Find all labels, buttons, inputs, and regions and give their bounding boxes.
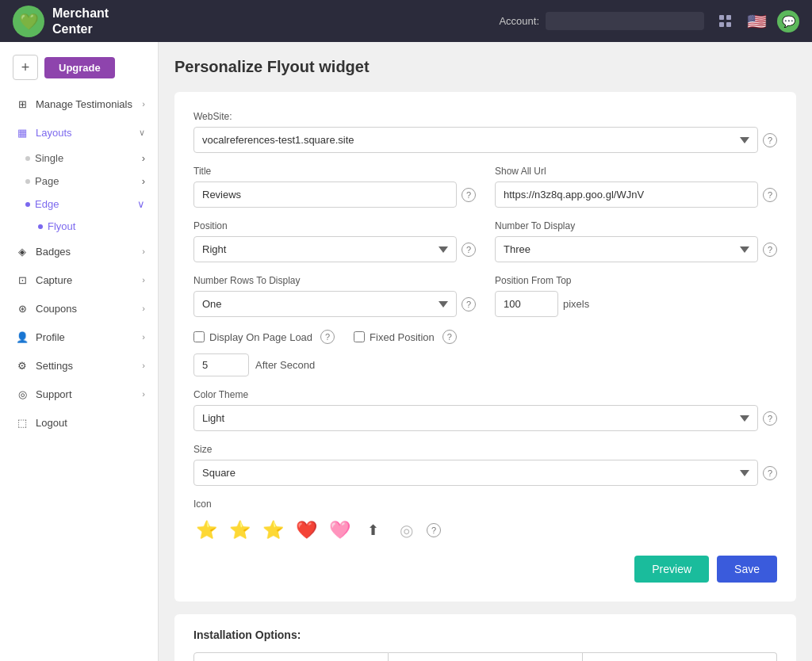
size-help-icon[interactable]: ? [763,466,777,480]
logout-icon: ⬚ [15,415,29,430]
icon-heart-pink[interactable]: 🩷 [327,518,352,543]
position-from-top-label: Position From Top [495,275,777,286]
icon-help-icon[interactable]: ? [427,523,441,537]
save-button[interactable]: Save [717,556,777,583]
display-on-page-load-input[interactable] [193,331,205,342]
sidebar-item-label: Flyout [48,220,75,232]
sidebar-item-profile[interactable]: 👤 Profile › [0,323,158,351]
installation-plus-button[interactable]: + [193,652,389,661]
show-all-url-input[interactable] [495,181,758,208]
fixed-position-checkbox[interactable]: Fixed Position ? [354,330,457,344]
number-rows-help-icon[interactable]: ? [462,297,476,311]
layouts-icon: ▦ [15,125,29,139]
display-on-page-load-help-icon[interactable]: ? [320,330,335,344]
position-group: Position Right Left Top Bottom ? [193,220,476,262]
size-select[interactable]: Square Round [193,460,758,486]
sidebar-item-support[interactable]: ◎ Support › [0,380,158,408]
sidebar-item-edge[interactable]: Edge ∨ [13,193,158,216]
account-input[interactable] [546,12,704,30]
icon-star-yellow-2[interactable]: ⭐ [227,518,252,543]
settings-icon: ⚙ [15,358,29,373]
sidebar-item-coupons[interactable]: ⊛ Coupons › [0,294,158,323]
chevron-down-icon: ∨ [139,128,145,138]
sidebar-item-label: Single [35,152,63,164]
number-to-display-select-row: One Two Three Four Five ? [495,236,777,262]
website-select[interactable]: vocalreferences-test1.square.site [193,127,758,153]
fixed-position-input[interactable] [354,331,365,342]
position-select[interactable]: Right Left Top Bottom [193,236,457,262]
color-theme-select-row: Light Dark ? [193,405,777,431]
logo-icon: 💚 [13,6,44,37]
show-all-url-help-icon[interactable]: ? [763,188,777,202]
color-theme-help-icon[interactable]: ? [763,411,777,426]
sidebar-item-label: Manage Testimonials [36,98,132,110]
number-rows-label: Number Rows To Display [193,275,476,286]
sidebar-item-flyout[interactable]: Flyout [25,216,158,237]
number-rows-select-row: One Two Three ? [193,291,476,317]
number-to-display-group: Number To Display One Two Three Four Fiv… [495,220,777,262]
sidebar-item-manage-testimonials[interactable]: ⊞ Manage Testimonials › [0,90,158,118]
position-help-icon[interactable]: ? [462,243,476,257]
title-help-icon[interactable]: ? [462,188,476,202]
position-label: Position [193,220,476,231]
title-group: Title ? [193,166,476,208]
rows-position-top-row: Number Rows To Display One Two Three ? P… [193,275,777,317]
title-input[interactable] [193,181,457,208]
sidebar-top-actions: + Upgrade [0,48,158,90]
number-to-display-help-icon[interactable]: ? [763,243,777,257]
capture-icon: ⊡ [15,273,29,287]
upgrade-button[interactable]: Upgrade [44,57,115,78]
icon-ghost[interactable]: ◎ [393,518,419,543]
position-select-row: Right Left Top Bottom ? [193,236,476,262]
flag-icon[interactable]: 🇺🇸 [745,10,768,32]
installation-title: Installation Options: [193,629,777,641]
chevron-right-icon: › [142,304,145,313]
chevron-down-icon: ∨ [137,198,145,210]
support-icon: ◎ [15,387,29,401]
icon-star-yellow-3[interactable]: ⭐ [260,518,285,543]
add-button[interactable]: + [13,55,38,80]
main-content: Personalize Flyout widget WebSite: vocal… [159,42,812,661]
icon-upload[interactable]: ⬆ [360,518,385,543]
color-theme-select[interactable]: Light Dark [193,405,758,431]
chevron-right-icon: › [142,175,145,187]
preview-button[interactable]: Preview [634,556,709,583]
display-on-page-load-label: Display On Page Load [209,331,312,343]
icon-star-yellow-1[interactable]: ⭐ [193,518,219,543]
installation-minus-button[interactable]: − [389,652,583,661]
sidebar-item-logout[interactable]: ⬚ Logout [0,408,158,437]
personalize-flyout-form: WebSite: vocalreferences-test1.square.si… [174,92,796,602]
dot-icon [25,179,30,184]
sidebar-item-badges[interactable]: ◈ Badges › [0,237,158,266]
sidebar-item-label: Settings [36,360,73,372]
show-all-url-group: Show All Url ? [495,166,777,208]
installation-code-button[interactable]: ⊞ [583,652,777,661]
top-nav: 💚 Merchant Center Account: 🇺🇸 💬 [0,0,812,42]
sidebar-item-capture[interactable]: ⊡ Capture › [0,266,158,294]
grid-icon[interactable] [714,10,736,32]
title-url-row: Title ? Show All Url ? [193,166,777,208]
sidebar-item-single[interactable]: Single › [13,147,158,170]
sidebar-item-page[interactable]: Page › [13,170,158,193]
number-to-display-select[interactable]: One Two Three Four Five [495,236,758,262]
website-group: WebSite: vocalreferences-test1.square.si… [193,111,777,153]
pixels-label: pixels [563,298,589,310]
after-second-input[interactable] [193,353,249,376]
website-help-icon[interactable]: ? [763,133,777,147]
topnav-icons: 🇺🇸 💬 [714,10,799,32]
sidebar-item-settings[interactable]: ⚙ Settings › [0,351,158,380]
chat-icon[interactable]: 💬 [777,10,799,32]
position-from-top-input[interactable] [495,291,558,317]
dot-icon [25,156,30,161]
form-actions: Preview Save [193,556,777,583]
show-all-url-label: Show All Url [495,166,777,177]
position-from-top-group: Position From Top pixels [495,275,777,317]
size-label: Size [193,444,777,455]
display-on-page-load-checkbox[interactable]: Display On Page Load ? [193,330,335,344]
number-rows-select[interactable]: One Two Three [193,291,457,317]
icon-group: Icon ⭐ ⭐ ⭐ ❤️ 🩷 ⬆ ◎ ? [193,499,777,543]
number-to-display-label: Number To Display [495,220,777,231]
fixed-position-help-icon[interactable]: ? [442,330,457,344]
sidebar-item-layouts[interactable]: ▦ Layouts ∨ [0,118,158,147]
icon-heart-red[interactable]: ❤️ [293,518,319,543]
